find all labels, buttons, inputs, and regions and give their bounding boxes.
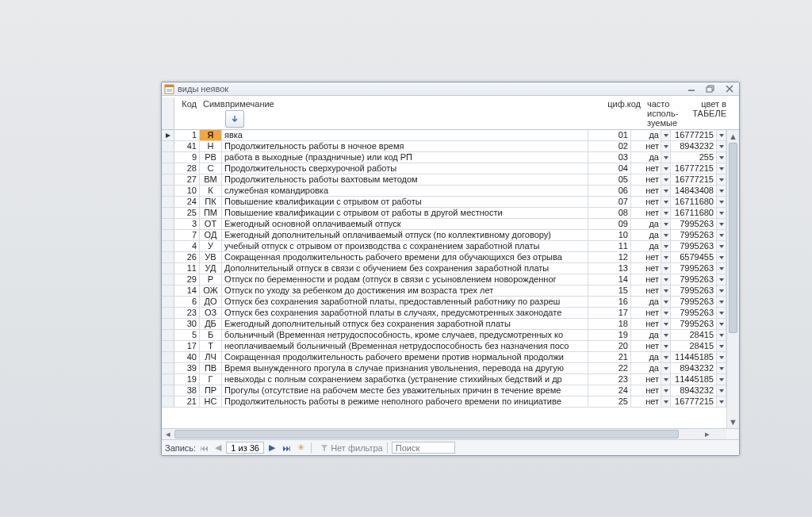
cell-note[interactable]: Сокращенная продолжительность рабочего в… [222, 252, 588, 262]
cell-color[interactable]: 7995263 [671, 308, 717, 318]
color-dropdown-icon[interactable] [717, 163, 726, 174]
cell-simv[interactable]: К [200, 186, 222, 196]
cell-simv[interactable]: НС [200, 396, 222, 407]
cell-cif[interactable]: 13 [588, 263, 631, 274]
cell-freq[interactable]: нет [631, 308, 661, 318]
nav-prev-button[interactable]: ◀ [212, 442, 224, 454]
cell-note[interactable]: Дополнительный отпуск в связи с обучение… [222, 263, 588, 274]
cell-note[interactable]: Отпуск по уходу за ребенком до достижени… [222, 285, 588, 296]
cell-color[interactable]: 7995263 [671, 219, 717, 229]
cell-freq[interactable]: нет [631, 186, 661, 196]
cell-simv[interactable]: Р [200, 274, 222, 285]
color-dropdown-icon[interactable] [717, 186, 726, 196]
cell-note[interactable]: Продолжительность работы вахтовым методо… [222, 174, 588, 185]
record-selector[interactable] [162, 197, 174, 207]
cell-code[interactable]: 9 [174, 152, 200, 163]
freq-dropdown-icon[interactable] [661, 152, 671, 163]
cell-code[interactable]: 29 [174, 274, 200, 285]
freq-dropdown-icon[interactable] [661, 197, 671, 207]
table-row[interactable]: 3ОТЕжегодный основной оплачиваемый отпус… [162, 219, 726, 230]
freq-dropdown-icon[interactable] [661, 385, 671, 396]
cell-color[interactable]: 16777215 [671, 174, 717, 185]
scroll-left-icon[interactable]: ◂ [162, 429, 174, 439]
cell-code[interactable]: 41 [174, 141, 200, 151]
table-row[interactable]: 24ПКПовышение квалификации с отрывом от … [162, 197, 726, 208]
color-dropdown-icon[interactable] [717, 208, 726, 218]
cell-code[interactable]: 10 [174, 186, 200, 196]
color-dropdown-icon[interactable] [717, 330, 726, 340]
cell-note[interactable]: невыходы с полным сохранением заработка … [222, 374, 588, 385]
color-dropdown-icon[interactable] [717, 308, 726, 318]
cell-freq[interactable]: да [631, 363, 661, 373]
cell-cif[interactable]: 01 [588, 130, 631, 140]
table-row[interactable]: 26УВСокращенная продолжительность рабоче… [162, 252, 726, 263]
cell-simv[interactable]: ПР [200, 385, 222, 396]
cell-note[interactable]: Время вынужденного прогула в случае приз… [222, 363, 588, 373]
cell-freq[interactable]: нет [631, 374, 661, 385]
freq-dropdown-icon[interactable] [661, 352, 671, 362]
cell-freq[interactable]: да [631, 230, 661, 240]
table-row[interactable]: 21НСПродолжительность работы в режиме не… [162, 396, 726, 408]
cell-simv[interactable]: Г [200, 374, 222, 385]
cell-color[interactable]: 16711680 [671, 197, 717, 207]
cell-code[interactable]: 23 [174, 308, 200, 318]
cell-note[interactable]: Продолжительность сверхурочной работы [222, 163, 588, 174]
record-selector[interactable] [162, 174, 174, 185]
cell-simv[interactable]: ВМ [200, 174, 222, 185]
col-cif-header[interactable]: циф.код [601, 98, 644, 129]
freq-dropdown-icon[interactable] [661, 285, 671, 296]
table-row[interactable]: 9РВработа в выходные (праздничные) или к… [162, 152, 726, 163]
cell-color[interactable]: 8943232 [671, 141, 717, 151]
cell-code[interactable]: 14 [174, 285, 200, 296]
cell-simv[interactable]: ОТ [200, 219, 222, 229]
cell-freq[interactable]: нет [631, 208, 661, 218]
color-dropdown-icon[interactable] [717, 241, 726, 251]
cell-note[interactable]: Сокращенная продолжительность рабочего в… [222, 352, 588, 362]
table-row[interactable]: 30ДБЕжегодный дополнительный отпуск без … [162, 319, 726, 330]
record-selector[interactable] [162, 385, 174, 396]
cell-simv[interactable]: ПВ [200, 363, 222, 373]
note-sort-button[interactable] [225, 110, 244, 128]
freq-dropdown-icon[interactable] [661, 163, 671, 174]
record-selector[interactable] [162, 241, 174, 251]
cell-color[interactable]: 7995263 [671, 230, 717, 240]
cell-simv[interactable]: Я [200, 130, 222, 140]
cell-cif[interactable]: 16 [588, 297, 631, 307]
col-simv-header[interactable]: Симв. [200, 98, 222, 129]
cell-code[interactable]: 28 [174, 163, 200, 174]
freq-dropdown-icon[interactable] [661, 230, 671, 240]
record-selector[interactable] [162, 319, 174, 329]
table-row[interactable]: 40ЛЧСокращенная продолжительность рабоче… [162, 352, 726, 363]
color-dropdown-icon[interactable] [717, 174, 726, 185]
cell-cif[interactable]: 07 [588, 197, 631, 207]
record-selector[interactable] [162, 352, 174, 362]
table-row[interactable]: 1Яявка01да16777215 [162, 130, 726, 141]
horizontal-scrollbar[interactable]: ◂ ▸ [162, 428, 739, 439]
record-selector[interactable] [162, 308, 174, 318]
col-freq-header[interactable]: часто исполь-зуемые [644, 98, 674, 129]
cell-cif[interactable]: 09 [588, 219, 631, 229]
cell-note[interactable]: явка [222, 130, 588, 140]
cell-simv[interactable]: С [200, 163, 222, 174]
cell-cif[interactable]: 11 [588, 241, 631, 251]
record-selector[interactable] [162, 252, 174, 262]
record-selector[interactable] [162, 274, 174, 285]
record-selector[interactable] [162, 152, 174, 163]
freq-dropdown-icon[interactable] [661, 141, 671, 151]
cell-color[interactable]: 7995263 [671, 297, 717, 307]
freq-dropdown-icon[interactable] [661, 363, 671, 373]
cell-code[interactable]: 1 [174, 130, 200, 140]
cell-note[interactable]: Ежегодный основной оплачиваемый отпуск [222, 219, 588, 229]
table-row[interactable]: 28СПродолжительность сверхурочной работы… [162, 163, 726, 174]
color-dropdown-icon[interactable] [717, 197, 726, 207]
cell-color[interactable]: 7995263 [671, 285, 717, 296]
filter-indicator[interactable]: Нет фильтра [320, 443, 383, 453]
cell-color[interactable]: 7995263 [671, 263, 717, 274]
cell-simv[interactable]: ДО [200, 297, 222, 307]
record-selector[interactable] [162, 374, 174, 385]
table-row[interactable]: 25ПМПовышение квалификации с отрывом от … [162, 208, 726, 219]
table-row[interactable]: 4Уучебный отпуск с отрывом от производст… [162, 241, 726, 252]
color-dropdown-icon[interactable] [717, 352, 726, 362]
record-selector[interactable] [162, 330, 174, 340]
minimize-button[interactable] [684, 83, 699, 94]
